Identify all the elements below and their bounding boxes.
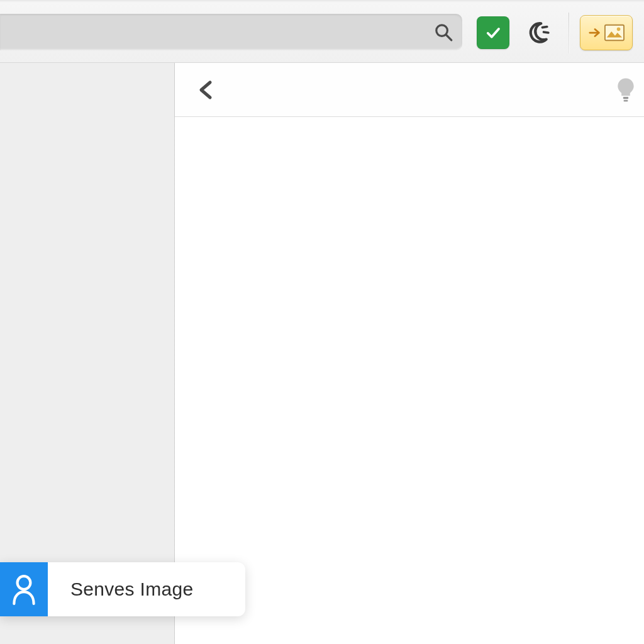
export-image-button[interactable] [580,15,633,50]
confirm-button[interactable] [477,16,509,49]
svg-rect-8 [623,97,628,99]
lightbulb-icon[interactable] [615,76,636,104]
svg-line-1 [446,35,452,40]
toolbar-divider [569,13,570,53]
content-header [175,63,644,117]
popup-icon-box [0,562,48,616]
svg-point-10 [18,576,31,589]
senves-image-popup[interactable]: Senves Image [0,562,245,616]
back-icon[interactable] [194,77,219,103]
svg-point-7 [617,28,621,31]
person-outline-icon [11,574,37,605]
search-box[interactable] [0,14,462,50]
svg-line-2 [542,27,547,28]
sidebar [0,63,175,644]
search-icon[interactable] [433,22,453,42]
search-input[interactable] [0,14,425,50]
svg-line-3 [544,32,548,33]
arrow-right-icon [588,26,602,40]
svg-rect-9 [624,100,628,102]
check-icon [484,23,502,42]
night-mode-button[interactable] [521,16,553,49]
moon-icon [524,19,550,46]
content-area [175,117,644,644]
top-toolbar [0,0,644,63]
picture-icon [604,24,625,42]
svg-rect-5 [605,25,624,40]
popup-label: Senves Image [70,579,193,600]
